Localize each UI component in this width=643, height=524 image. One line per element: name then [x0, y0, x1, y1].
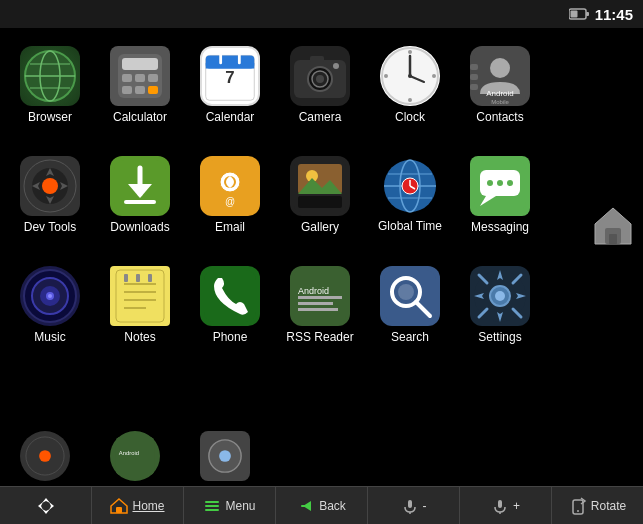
- svg-point-72: [487, 180, 493, 186]
- app-phone[interactable]: Phone: [185, 258, 275, 368]
- svg-rect-10: [122, 74, 132, 82]
- svg-point-126: [577, 510, 579, 512]
- app-camera[interactable]: Camera: [275, 38, 365, 148]
- svg-text:@: @: [225, 196, 235, 207]
- svg-text:Android: Android: [486, 89, 514, 98]
- svg-point-105: [39, 450, 51, 462]
- svg-text:7: 7: [225, 68, 234, 87]
- app-calendar[interactable]: 7 Calendar: [185, 38, 275, 148]
- svg-point-32: [408, 50, 412, 54]
- svg-point-45: [42, 178, 58, 194]
- calculator-icon: [110, 46, 170, 106]
- app-devtools[interactable]: Dev Tools: [5, 148, 95, 258]
- svg-point-34: [384, 74, 388, 78]
- messaging-icon: [470, 156, 530, 216]
- svg-rect-11: [135, 74, 145, 82]
- svg-rect-26: [310, 56, 324, 63]
- phone-icon: [200, 266, 260, 326]
- mic-icon: [401, 497, 419, 515]
- vol-down-button[interactable]: -: [368, 487, 460, 524]
- time-display: 11:45: [595, 6, 633, 23]
- svg-point-74: [507, 180, 513, 186]
- svg-rect-14: [135, 86, 145, 94]
- gallery-label: Gallery: [301, 220, 339, 234]
- notes-icon: [110, 266, 170, 326]
- messaging-label: Messaging: [471, 220, 529, 234]
- svg-rect-117: [205, 505, 219, 507]
- app-rssreader[interactable]: Android RSS Reader: [275, 258, 365, 368]
- devtools-icon: [20, 156, 80, 216]
- svg-text:Mobile: Mobile: [491, 99, 509, 105]
- mic-up-icon: [491, 497, 509, 515]
- devtools-label: Dev Tools: [24, 220, 76, 234]
- back-label: Back: [319, 499, 346, 513]
- settings-label: Settings: [478, 330, 521, 344]
- partial-app-3[interactable]: [180, 426, 270, 486]
- svg-rect-12: [148, 74, 158, 82]
- app-gallery[interactable]: Gallery: [275, 148, 365, 258]
- clock-icon: [380, 46, 440, 106]
- calendar-icon: 7: [200, 46, 260, 106]
- calendar-label: Calendar: [206, 110, 255, 124]
- svg-rect-38: [470, 74, 478, 80]
- calculator-label: Calculator: [113, 110, 167, 124]
- globaltime-label: Global Time: [378, 220, 442, 233]
- svg-rect-103: [609, 234, 617, 244]
- app-contacts[interactable]: AndroidMobile Contacts: [455, 38, 545, 148]
- svg-rect-92: [298, 302, 333, 305]
- app-grid: Browser Calculator 7 Calendar Camera Clo…: [0, 28, 580, 468]
- clock-label: Clock: [395, 110, 425, 124]
- menu-button[interactable]: Menu: [184, 487, 276, 524]
- app-music[interactable]: Music: [5, 258, 95, 368]
- app-browser[interactable]: Browser: [5, 38, 95, 148]
- home-button[interactable]: Home: [92, 487, 184, 524]
- app-globaltime[interactable]: Global Time: [365, 148, 455, 258]
- rssreader-icon: Android: [290, 266, 350, 326]
- app-settings[interactable]: Settings: [455, 258, 545, 368]
- svg-rect-9: [122, 58, 158, 70]
- svg-point-27: [333, 63, 339, 69]
- svg-marker-112: [38, 502, 43, 510]
- svg-rect-2: [570, 11, 577, 18]
- svg-rect-121: [408, 500, 412, 508]
- svg-point-33: [408, 98, 412, 102]
- app-clock[interactable]: Clock: [365, 38, 455, 148]
- svg-rect-87: [148, 274, 152, 282]
- camera-icon: [290, 46, 350, 106]
- svg-rect-93: [298, 308, 338, 311]
- vol-down-label: -: [423, 499, 427, 513]
- arrows-button[interactable]: [0, 487, 92, 524]
- home-right-icon: [591, 204, 635, 248]
- svg-rect-50: [124, 200, 156, 204]
- back-button[interactable]: Back: [276, 487, 368, 524]
- app-messaging[interactable]: Messaging: [455, 148, 545, 258]
- svg-point-96: [398, 284, 414, 300]
- app-notes[interactable]: Notes: [95, 258, 185, 368]
- home-shortcut-button[interactable]: [587, 200, 639, 252]
- browser-icon: [20, 46, 80, 106]
- svg-rect-120: [301, 505, 309, 507]
- app-email[interactable]: @ Email: [185, 148, 275, 258]
- partial-app-row: Android: [0, 426, 300, 486]
- svg-rect-115: [116, 507, 122, 513]
- rotate-icon: [569, 497, 587, 515]
- battery-icon: [569, 7, 589, 21]
- status-bar: 11:45: [0, 0, 643, 28]
- partial-app-1[interactable]: [0, 426, 90, 486]
- svg-rect-91: [298, 296, 342, 299]
- settings-icon: [470, 266, 530, 326]
- svg-point-25: [316, 75, 324, 83]
- globaltime-icon: [380, 156, 440, 216]
- svg-rect-86: [136, 274, 140, 282]
- rotate-button[interactable]: Rotate: [552, 487, 643, 524]
- svg-point-73: [497, 180, 503, 186]
- app-calculator[interactable]: Calculator: [95, 38, 185, 148]
- svg-rect-116: [205, 501, 219, 503]
- app-downloads[interactable]: Downloads: [95, 148, 185, 258]
- vol-up-label: +: [513, 499, 520, 513]
- app-search[interactable]: Search: [365, 258, 455, 368]
- vol-up-button[interactable]: +: [460, 487, 552, 524]
- partial-app-2[interactable]: Android: [90, 426, 180, 486]
- camera-label: Camera: [299, 110, 342, 124]
- svg-rect-123: [498, 500, 502, 508]
